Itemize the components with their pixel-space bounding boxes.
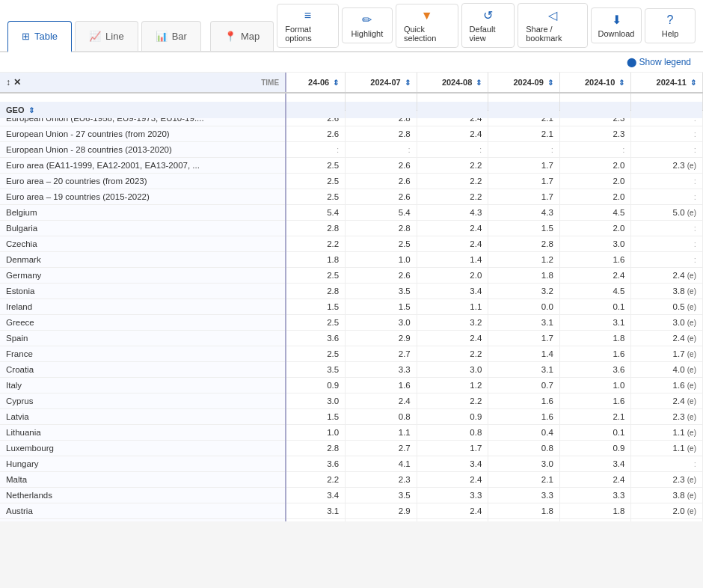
value-cell: 1.4 xyxy=(488,346,560,362)
geo-cell: Hungary xyxy=(0,456,286,472)
value-cell: 0.9 xyxy=(417,409,488,425)
table-row: Euro area – 20 countries (from 2023)2.52… xyxy=(0,174,703,189)
value-cell: 2.8 xyxy=(286,221,346,236)
value-cell: 2.4 (e) xyxy=(631,268,703,284)
value-cell: 2.6 xyxy=(346,189,417,205)
value-cell: 2.2 xyxy=(417,174,488,189)
geo-cell: Euro area – 20 countries (from 2023) xyxy=(0,174,286,189)
value-cell: 2.4 (e) xyxy=(631,331,703,346)
sort-icon[interactable]: ↕ xyxy=(6,77,10,88)
tab-line[interactable]: 📈 Line xyxy=(75,21,138,51)
value-cell: 0.5 (e) xyxy=(631,299,703,315)
table-row: European Union - 27 countries (from 2020… xyxy=(0,126,703,142)
value-cell: 3.4 xyxy=(417,284,488,299)
tab-bar-label: Bar xyxy=(172,31,187,42)
value-cell: 2.0 xyxy=(559,174,631,189)
value-cell: 3.6 xyxy=(286,456,346,472)
value-cell: 2.0 xyxy=(417,268,488,284)
value-cell: 3.4 xyxy=(559,456,631,472)
table-row: Malta2.22.32.42.12.42.3 (e) xyxy=(0,472,703,488)
table-wrapper[interactable]: ↕ ✕ TIME 24-06 ⇕ 2024-07 ⇕ 2024-0 xyxy=(0,73,703,521)
value-cell: 1.5 xyxy=(346,299,417,315)
col-2024-06[interactable]: 24-06 ⇕ xyxy=(286,73,346,93)
col-2024-10[interactable]: 2024-10 ⇕ xyxy=(559,73,631,93)
geo-cell: Cyprus xyxy=(0,393,286,409)
value-cell: 2.4 xyxy=(346,393,417,409)
value-cell: 3.4 xyxy=(417,456,488,472)
line-icon: 📈 xyxy=(89,31,101,42)
value-cell: : xyxy=(286,142,346,158)
value-cell: 1.7 xyxy=(488,189,560,205)
table-row: Estonia2.83.53.43.24.53.8 (e) xyxy=(0,284,703,299)
tab-bar-chart[interactable]: 📊 Bar xyxy=(141,21,201,51)
download-btn[interactable]: ⬇ Download xyxy=(591,7,642,43)
table-row: Croatia3.53.33.03.13.64.0 (e) xyxy=(0,362,703,378)
value-cell: 2.0 xyxy=(559,158,631,174)
value-cell: 0.8 xyxy=(488,441,560,456)
geo-cell: Croatia xyxy=(0,362,286,378)
help-label: Help xyxy=(662,29,679,38)
sort-2411-icon: ⇕ xyxy=(690,79,696,87)
value-cell: 1.4 xyxy=(417,252,488,268)
show-legend-btn[interactable]: ⬤ Show legend xyxy=(627,57,691,67)
table-row: Luxembourg2.82.71.70.80.91.1 (e) xyxy=(0,441,703,456)
geo-cell: Poland xyxy=(0,519,286,522)
table-row: Austria3.12.92.41.81.82.0 (e) xyxy=(0,503,703,519)
value-cell: 3.2 xyxy=(488,284,560,299)
value-cell: 1.0 xyxy=(286,425,346,441)
value-cell: 3.6 xyxy=(286,331,346,346)
col-2024-08[interactable]: 2024-08 ⇕ xyxy=(417,73,488,93)
map-icon: 📍 xyxy=(224,31,236,42)
geo-header-row: GEO ⇕ xyxy=(0,93,703,111)
value-cell: 2.4 (e) xyxy=(631,393,703,409)
value-cell: 1.8 xyxy=(559,331,631,346)
value-cell: : xyxy=(631,126,703,142)
highlight-btn[interactable]: ✏ Highlight xyxy=(342,7,393,43)
value-cell: 1.6 xyxy=(559,393,631,409)
tab-map-label: Map xyxy=(241,31,260,42)
value-cell: 2.0 xyxy=(559,221,631,236)
value-cell: 1.7 xyxy=(488,331,560,346)
geo-spacer-2 xyxy=(346,101,417,119)
time-label: TIME xyxy=(261,79,279,87)
value-cell: : xyxy=(631,142,703,158)
value-cell: 4.0 xyxy=(346,519,417,522)
help-btn[interactable]: ? Help xyxy=(645,8,696,43)
table-row: Greece2.53.03.23.13.13.0 (e) xyxy=(0,315,703,331)
value-cell: 3.0 xyxy=(488,456,560,472)
value-cell: 3.2 xyxy=(417,315,488,331)
geo-cell: Euro area – 19 countries (2015-2022) xyxy=(0,189,286,205)
value-cell: 3.0 xyxy=(559,236,631,252)
table-body: European Union (EU6-1958, EU9-1973, EU10… xyxy=(0,111,703,522)
value-cell: 3.3 xyxy=(346,362,417,378)
value-cell: 3.3 xyxy=(417,488,488,503)
value-cell: 2.1 xyxy=(559,409,631,425)
value-cell: 2.1 xyxy=(488,472,560,488)
table-row: Euro area – 19 countries (2015-2022)2.52… xyxy=(0,189,703,205)
value-cell: 2.2 xyxy=(417,393,488,409)
col-2024-07[interactable]: 2024-07 ⇕ xyxy=(346,73,417,93)
value-cell: 2.5 xyxy=(286,158,346,174)
geo-column-header[interactable]: GEO ⇕ xyxy=(0,101,286,119)
value-cell: 3.6 xyxy=(559,362,631,378)
value-cell: 3.1 xyxy=(488,362,560,378)
download-icon: ⬇ xyxy=(612,13,621,27)
quick-selection-btn[interactable]: ▼ Quick selection xyxy=(396,4,458,48)
value-cell: 2.5 xyxy=(286,315,346,331)
value-cell: 2.4 xyxy=(559,268,631,284)
col-2024-11[interactable]: 2024-11 ⇕ xyxy=(631,73,703,93)
clear-icon[interactable]: ✕ xyxy=(13,77,21,88)
table-row: Czechia2.22.52.42.83.0: xyxy=(0,236,703,252)
value-cell: 2.4 xyxy=(417,503,488,519)
format-label: Format options xyxy=(285,25,331,43)
format-options-btn[interactable]: ≡ Format options xyxy=(277,4,339,48)
tab-map[interactable]: 📍 Map xyxy=(210,21,274,51)
table-row: Poland2.94.04.04.24.2: xyxy=(0,519,703,522)
value-cell: 2.7 xyxy=(346,441,417,456)
value-cell: 3.0 xyxy=(417,362,488,378)
col-2024-09[interactable]: 2024-09 ⇕ xyxy=(488,73,560,93)
value-cell: 2.6 xyxy=(346,268,417,284)
tab-table[interactable]: ⊞ Table xyxy=(7,21,72,52)
share-bookmark-btn[interactable]: ◁ Share / bookmark xyxy=(518,3,588,48)
default-view-btn[interactable]: ↺ Default view xyxy=(461,3,515,48)
